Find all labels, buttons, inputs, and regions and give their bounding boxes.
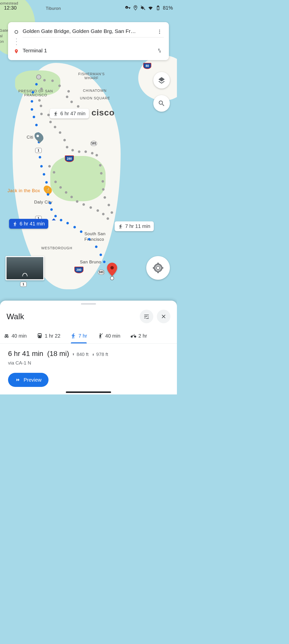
route-dot-alt — [65, 191, 67, 194]
search-icon — [158, 100, 165, 107]
route-dot-alt — [59, 186, 62, 189]
destination-marker-icon — [13, 49, 20, 54]
vpn-key-icon — [125, 5, 131, 11]
route-dot-alt — [38, 99, 41, 102]
layers-icon — [158, 76, 165, 84]
tab-label: 7 hr — [78, 333, 87, 339]
hwy-shield-i280: 280 — [65, 155, 74, 162]
hwy-shield-i280: 280 — [74, 267, 83, 273]
layers-button[interactable] — [153, 72, 170, 89]
route-bubble-active[interactable]: 6 hr 41 min — [9, 219, 48, 229]
route-dot-alt — [53, 171, 55, 174]
route-dot — [31, 108, 33, 111]
map-label: al — [0, 34, 3, 38]
status-battery: 81% — [163, 5, 173, 11]
route-bubble-alt1[interactable]: 6 hr 47 min — [50, 109, 89, 118]
route-dot — [31, 100, 33, 103]
battery-icon — [155, 5, 161, 11]
route-dot-alt — [43, 79, 46, 82]
map-label-ssf: South San — [84, 231, 106, 236]
tab-drive[interactable]: 40 min — [0, 329, 32, 343]
route-dot — [88, 238, 90, 240]
tab-bike[interactable]: 2 hr — [125, 329, 150, 343]
preview-button[interactable]: Preview — [8, 373, 49, 387]
wifi-icon — [148, 5, 153, 11]
origin-circle-icon — [13, 30, 20, 34]
map-label-presidio: PRESIDIO OF SAN FRANCISCO — [18, 89, 53, 97]
route-dot-alt — [82, 203, 85, 206]
close-icon — [161, 313, 167, 319]
route-distance: (18 mi) — [47, 350, 69, 358]
svg-point-6 — [159, 33, 160, 34]
route-dot-alt — [78, 150, 80, 153]
tab-walk[interactable]: 7 hr — [65, 329, 92, 343]
route-dot-alt — [67, 90, 70, 93]
route-dot-alt — [104, 196, 106, 199]
map-label-sf-partial: cisco — [91, 108, 115, 117]
route-dot-alt — [107, 217, 109, 220]
tab-label: 40 min — [105, 333, 120, 339]
tab-label: 40 min — [12, 333, 27, 339]
route-dot — [35, 124, 38, 126]
route-dot-alt — [40, 88, 43, 90]
tab-transit[interactable]: 1 hr 22 — [32, 329, 65, 343]
android-nav-bar[interactable] — [66, 391, 111, 393]
walk-icon — [53, 111, 58, 116]
route-dot-alt — [89, 206, 92, 209]
route-bubble-alt2[interactable]: 7 hr 11 min — [115, 221, 154, 231]
destination-dot — [110, 276, 114, 280]
origin-row[interactable]: Golden Gate Bridge, Golden Gate Brg, San… — [13, 27, 164, 37]
street-view-thumbnail[interactable] — [6, 256, 44, 280]
route-dot-alt — [66, 146, 68, 148]
tab-rideshare[interactable]: 40 min — [92, 329, 125, 343]
route-dot-alt — [59, 131, 61, 134]
my-location-button[interactable] — [146, 256, 170, 280]
map-label-citi: Citi — [27, 135, 33, 140]
route-dot-alt — [40, 113, 43, 115]
route-dot — [32, 91, 34, 94]
route-dot-alt — [108, 204, 110, 206]
route-dot — [47, 193, 49, 196]
route-dot-alt — [48, 165, 51, 168]
hail-icon — [97, 333, 103, 339]
route-dot — [33, 116, 35, 118]
swap-vert-icon — [157, 48, 162, 53]
walk-icon — [70, 333, 76, 339]
route-dot-alt — [102, 188, 105, 191]
route-dot-alt — [97, 209, 99, 212]
route-dot — [50, 208, 53, 211]
map-label-westborough: WESTBOROUGH — [41, 246, 72, 250]
route-dot-alt — [70, 196, 73, 198]
search-along-route-button[interactable] — [153, 95, 170, 112]
bike-icon — [130, 333, 136, 339]
swap-button[interactable] — [154, 45, 165, 56]
hwy-shield-us101: 101 — [90, 141, 97, 146]
status-time: 12:30 — [4, 5, 17, 11]
destination-text: Terminal 1 — [23, 48, 164, 55]
svg-point-0 — [110, 266, 114, 269]
route-dot-alt — [49, 121, 52, 123]
route-dot-alt — [54, 126, 56, 128]
destination-pin-icon[interactable] — [107, 263, 117, 273]
hwy-shield-ca1: 1 — [20, 282, 27, 287]
bottom-sheet[interactable]: Walk 40 min 1 hr 22 7 hr 40 min 2 hr — [0, 301, 177, 394]
hwy-shield-i80: 80 — [143, 63, 151, 69]
map-label: Gate — [0, 28, 8, 32]
svg-point-5 — [159, 31, 160, 32]
map-label-chinatown: CHINATOWN — [83, 89, 107, 93]
svg-point-4 — [159, 30, 160, 31]
route-dot-alt — [99, 164, 102, 167]
more-options-button[interactable] — [154, 26, 165, 37]
directions-card: Golden Gate Bridge, Golden Gate Brg, San… — [8, 22, 169, 60]
trip-options-button[interactable] — [140, 310, 153, 323]
walk-icon — [13, 221, 18, 226]
sheet-drag-handle[interactable] — [81, 303, 96, 305]
close-button[interactable] — [157, 310, 170, 323]
map-label-fishermans-wharf: FISHERMAN'S WHARF — [76, 72, 107, 80]
destination-row[interactable]: Terminal 1 — [13, 46, 164, 57]
car-icon — [4, 333, 10, 339]
route-dot — [49, 202, 51, 204]
tab-label: 1 hr 22 — [45, 333, 60, 339]
route-dot — [39, 156, 41, 158]
land-shape — [50, 156, 106, 201]
